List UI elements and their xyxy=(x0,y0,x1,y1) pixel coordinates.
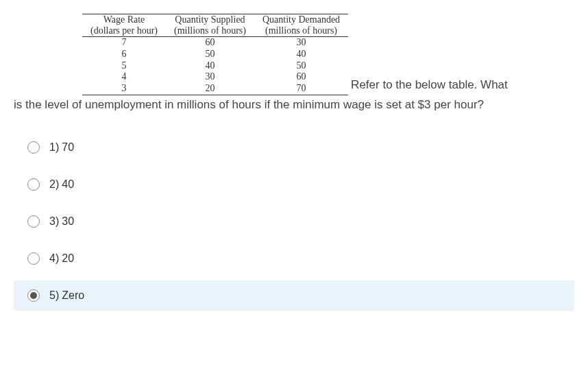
radio-icon xyxy=(27,141,40,154)
table-row: 3 20 70 xyxy=(82,83,348,95)
cell: 40 xyxy=(166,60,254,72)
radio-icon xyxy=(27,289,40,302)
table-row: 6 50 40 xyxy=(82,49,348,60)
col-header-supplied: Quantity Supplied (millions of hours) xyxy=(166,14,254,37)
radio-icon xyxy=(27,252,40,265)
cell: 70 xyxy=(254,83,348,95)
radio-icon xyxy=(27,178,40,191)
data-table-wrap: Wage Rate (dollars per hour) Quantity Su… xyxy=(82,14,348,95)
option-label: 4)20 xyxy=(49,252,74,265)
question-block: Wage Rate (dollars per hour) Quantity Su… xyxy=(14,14,574,115)
table-row: 7 60 30 xyxy=(82,37,348,49)
table-row: 4 30 60 xyxy=(82,71,348,83)
cell: 3 xyxy=(82,83,166,95)
cell: 6 xyxy=(82,49,166,60)
col-header-demanded: Quantity Demanded (millions of hours) xyxy=(254,14,348,37)
cell: 60 xyxy=(254,71,348,83)
question-inline-text: Refer to the below table. What xyxy=(348,75,508,95)
option-2[interactable]: 2)40 xyxy=(14,169,574,200)
cell: 30 xyxy=(166,71,254,83)
option-3[interactable]: 3)30 xyxy=(14,206,574,237)
radio-icon xyxy=(27,215,40,228)
option-label: 5)Zero xyxy=(49,289,84,302)
cell: 5 xyxy=(82,60,166,72)
cell: 7 xyxy=(82,37,166,49)
col-header-wage: Wage Rate (dollars per hour) xyxy=(82,14,166,37)
wage-table: Wage Rate (dollars per hour) Quantity Su… xyxy=(82,14,348,95)
cell: 20 xyxy=(166,83,254,95)
option-label: 3)30 xyxy=(49,215,74,228)
question-rest-text: is the level of unemployment in millions… xyxy=(14,95,574,115)
table-row: 5 40 50 xyxy=(82,60,348,72)
cell: 40 xyxy=(254,49,348,60)
table-header-row: Wage Rate (dollars per hour) Quantity Su… xyxy=(82,14,348,37)
options-list: 1)70 2)40 3)30 4)20 5)Zero xyxy=(14,132,574,311)
option-5[interactable]: 5)Zero xyxy=(14,280,574,311)
cell: 50 xyxy=(254,60,348,72)
option-4[interactable]: 4)20 xyxy=(14,243,574,274)
option-label: 1)70 xyxy=(49,141,74,154)
cell: 50 xyxy=(166,49,254,60)
cell: 30 xyxy=(254,37,348,49)
option-1[interactable]: 1)70 xyxy=(14,132,574,163)
option-label: 2)40 xyxy=(49,178,74,191)
cell: 60 xyxy=(166,37,254,49)
cell: 4 xyxy=(82,71,166,83)
